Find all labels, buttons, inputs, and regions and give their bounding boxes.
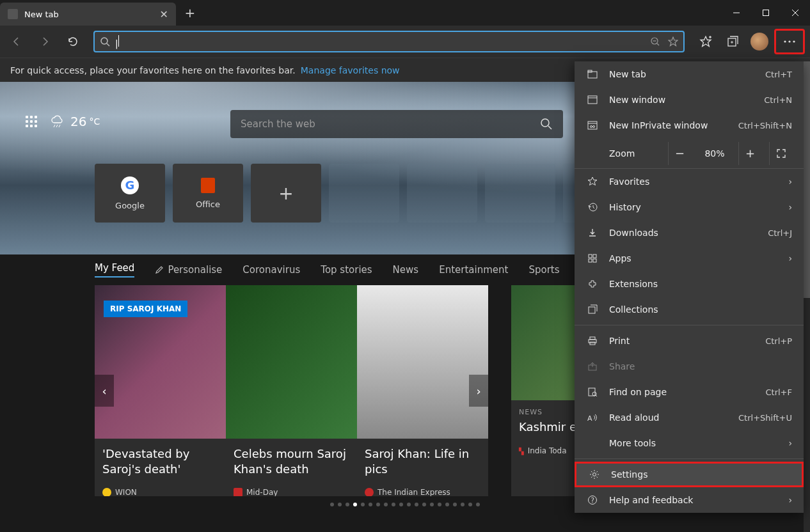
- feed-tab-myfeed[interactable]: My Feed: [95, 262, 134, 278]
- read-aloud-icon: A: [586, 412, 599, 423]
- maximize-button[interactable]: [751, 3, 781, 23]
- zoom-out-button[interactable]: −: [668, 142, 691, 165]
- card-source: Mid-Day: [246, 488, 278, 496]
- zoom-value: 80%: [699, 148, 731, 159]
- source-icon: [365, 488, 374, 496]
- new-tab-icon: [586, 70, 599, 79]
- address-input[interactable]: |: [115, 35, 645, 49]
- svg-rect-32: [593, 254, 596, 258]
- menu-apps[interactable]: Apps›: [575, 246, 804, 271]
- feed-tab-news[interactable]: News: [393, 262, 419, 278]
- web-search-input[interactable]: [241, 118, 540, 130]
- svg-text:?: ?: [591, 497, 594, 504]
- address-bar[interactable]: |: [93, 31, 685, 52]
- svg-line-18: [56, 125, 58, 127]
- svg-line-21: [548, 126, 552, 129]
- svg-point-29: [593, 126, 595, 128]
- refresh-button[interactable]: [61, 30, 84, 53]
- svg-point-4: [101, 38, 107, 44]
- favbar-hint: For quick access, place your favorites h…: [10, 65, 296, 75]
- forward-button[interactable]: [33, 30, 56, 53]
- chevron-right-icon: ›: [788, 438, 792, 448]
- menu-downloads[interactable]: DownloadsCtrl+J: [575, 220, 804, 246]
- zoom-indicator-icon[interactable]: [650, 36, 660, 47]
- feed-card[interactable]: Celebs mourn Saroj Khan's death Mid-Day: [226, 285, 357, 496]
- scrollbar[interactable]: [804, 61, 810, 532]
- close-tab-icon[interactable]: ✕: [160, 8, 168, 20]
- weather-icon: [50, 114, 65, 129]
- collections-button[interactable]: [720, 30, 745, 53]
- feed-tab-personalise[interactable]: Personalise: [155, 262, 222, 278]
- inprivate-icon: [586, 121, 599, 130]
- svg-point-15: [788, 40, 790, 42]
- fullscreen-button[interactable]: [769, 142, 792, 165]
- menu-new-window[interactable]: New windowCtrl+N: [575, 87, 804, 113]
- menu-favorites[interactable]: Favorites›: [575, 169, 804, 194]
- plus-icon: +: [278, 183, 293, 204]
- download-icon: [586, 228, 599, 238]
- back-button[interactable]: [5, 30, 28, 53]
- menu-settings[interactable]: Settings: [575, 462, 804, 487]
- new-window-icon: [586, 95, 599, 104]
- favorites-button[interactable]: [694, 30, 718, 53]
- manage-favorites-link[interactable]: Manage favorites now: [301, 65, 400, 75]
- search-submit-icon[interactable]: [540, 118, 553, 130]
- google-icon: G: [121, 176, 139, 194]
- collections-icon: [586, 304, 599, 315]
- browser-tab[interactable]: New tab ✕: [0, 3, 176, 26]
- extensions-icon: [586, 279, 599, 289]
- feed-tab-coronavirus[interactable]: Coronavirus: [242, 262, 300, 278]
- carousel-prev-button[interactable]: ‹: [95, 375, 114, 407]
- menu-more-tools[interactable]: More tools›: [575, 430, 804, 456]
- close-window-button[interactable]: [781, 3, 810, 23]
- weather-unit: °C: [89, 116, 100, 127]
- tile-label: Office: [196, 199, 220, 209]
- tile-add[interactable]: +: [251, 164, 321, 223]
- menu-history[interactable]: History›: [575, 194, 804, 220]
- profile-avatar[interactable]: [747, 30, 772, 53]
- tile-office[interactable]: Office: [173, 164, 243, 223]
- menu-read-aloud[interactable]: ARead aloudCtrl+Shift+U: [575, 405, 804, 430]
- card-title: 'Devastated by Saroj's death': [102, 446, 218, 478]
- svg-rect-26: [588, 121, 597, 129]
- svg-line-8: [657, 43, 659, 45]
- feed-card[interactable]: RIP SAROJ KHAN 'Devastated by Saroj's de…: [95, 285, 226, 496]
- tile-google[interactable]: G Google: [95, 164, 165, 223]
- source-icon: ▚: [519, 448, 524, 455]
- scroll-thumb[interactable]: [804, 61, 810, 298]
- card-source: The Indian Express: [377, 488, 450, 496]
- tile-empty[interactable]: [407, 164, 477, 223]
- menu-help[interactable]: ?Help and feedback›: [575, 487, 804, 513]
- menu-print[interactable]: PrintCtrl+P: [575, 328, 804, 354]
- svg-point-28: [591, 126, 592, 128]
- apps-icon: [586, 253, 599, 263]
- zoom-in-button[interactable]: +: [738, 142, 761, 165]
- apps-launcher-icon[interactable]: [26, 116, 37, 127]
- feed-tab-topstories[interactable]: Top stories: [321, 262, 372, 278]
- menu-find[interactable]: Find on pageCtrl+F: [575, 379, 804, 405]
- svg-point-20: [541, 119, 549, 127]
- new-tab-button[interactable]: +: [179, 1, 202, 24]
- feed-tab-entertainment[interactable]: Entertainment: [439, 262, 508, 278]
- svg-line-42: [596, 395, 597, 396]
- tile-empty[interactable]: [329, 164, 399, 223]
- menu-new-tab[interactable]: New tabCtrl+T: [575, 61, 804, 87]
- quick-links: G Google Office +: [95, 164, 633, 223]
- svg-rect-35: [589, 307, 595, 313]
- svg-text:A: A: [587, 414, 592, 423]
- history-icon: [586, 202, 599, 212]
- web-search-box[interactable]: [230, 110, 563, 138]
- weather-widget[interactable]: 26°C: [50, 114, 100, 129]
- menu-collections[interactable]: Collections: [575, 297, 804, 322]
- gear-icon: [588, 469, 601, 480]
- chevron-right-icon: ›: [788, 176, 792, 187]
- feed-tab-sports[interactable]: Sports: [528, 262, 559, 278]
- menu-inprivate[interactable]: New InPrivate windowCtrl+Shift+N: [575, 113, 804, 138]
- favorite-star-icon[interactable]: [668, 36, 678, 47]
- tile-empty[interactable]: [485, 164, 555, 223]
- more-menu-button[interactable]: [774, 29, 805, 54]
- source-icon: [234, 488, 242, 496]
- minimize-button[interactable]: [722, 3, 751, 23]
- menu-extensions[interactable]: Extensions: [575, 271, 804, 297]
- carousel-next-button[interactable]: ›: [469, 375, 488, 407]
